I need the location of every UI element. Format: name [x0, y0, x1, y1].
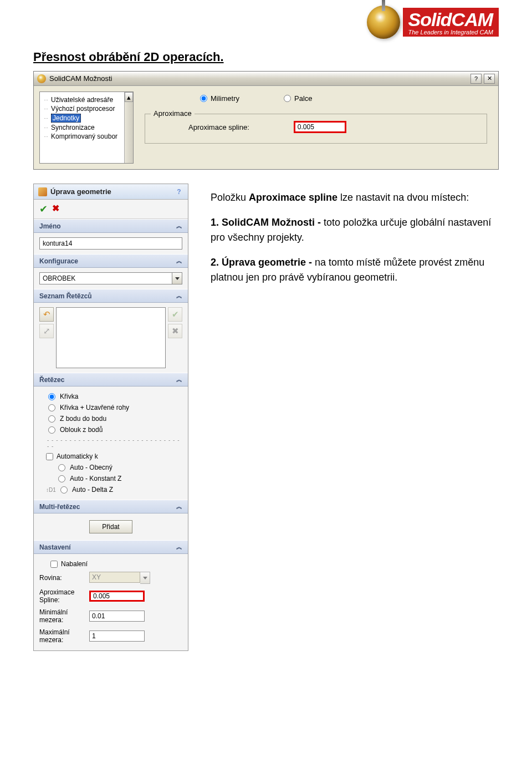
tree-item-sync[interactable]: Synchronizace [42, 123, 131, 132]
config-dropdown-button[interactable] [172, 272, 182, 284]
section-seznam-header[interactable]: Seznam Řetězců ︽ [34, 289, 188, 303]
config-input[interactable] [39, 272, 172, 284]
tree-item-postprocessor[interactable]: Výchozí postprocesor [42, 104, 131, 113]
rovina-dropdown-button [140, 572, 150, 584]
radio-mm-input[interactable] [200, 95, 207, 102]
radio-millimeters[interactable]: Milimetry [200, 94, 239, 103]
undo-icon[interactable]: ↶ [39, 307, 54, 322]
divider: - - - - - - - - - - - - - - - - - - - - … [39, 435, 182, 451]
radio-auto-obec[interactable] [58, 464, 65, 471]
scroll-up-button[interactable]: ▴ [125, 92, 133, 102]
chevron-up-icon: ︽ [176, 502, 182, 511]
logo-row: SolidCAM The Leaders in Integrated CAM [33, 6, 499, 39]
tree-scrollbar[interactable]: ▴ [124, 92, 133, 163]
chevron-up-icon: ︽ [176, 257, 182, 265]
options-content: Milimetry Palce Aproximace Aproximace sp… [139, 91, 493, 164]
options-titlebar[interactable]: SolidCAM Možnosti ? ✕ [34, 72, 498, 86]
tree-item-compressed[interactable]: Komprimovaný soubor [42, 132, 131, 141]
min-mezera-input[interactable] [89, 611, 145, 622]
solidcam-logo: SolidCAM The Leaders in Integrated CAM [367, 6, 499, 39]
confirm-row: ✔ ✖ [34, 200, 188, 219]
expand-icon: ⤢ [39, 324, 54, 338]
radio-krivka[interactable] [48, 393, 55, 400]
delta-z-icon: ↕D1 [46, 485, 56, 494]
chevron-up-icon: ︽ [176, 543, 182, 551]
approx-spline-label: Aproximace spline: [188, 123, 249, 131]
radio-in-input[interactable] [284, 95, 291, 102]
page-title: Přesnost obrábění 2D operacích. [33, 50, 499, 64]
logo-text-block: SolidCAM The Leaders in Integrated CAM [403, 8, 499, 37]
radio-zbodu[interactable] [48, 415, 55, 423]
tree-item-user-dirs[interactable]: Uživatelské adresáře [42, 95, 131, 104]
cancel-icon[interactable]: ✖ [52, 203, 59, 215]
chain-list[interactable] [56, 307, 166, 368]
radio-auto-deltaz[interactable] [60, 486, 68, 494]
section-retezec-header[interactable]: Řetězec ︽ [34, 373, 188, 387]
approx-fieldset: Aproximace Aproximace spline: [145, 114, 487, 144]
chevron-up-icon: ︽ [176, 375, 182, 384]
approx-legend: Aproximace [151, 109, 195, 118]
aprox-spline-label: Aproximace Spline: [39, 588, 84, 604]
approx-spline-input[interactable] [294, 121, 346, 133]
ok-icon[interactable]: ✔ [39, 203, 48, 215]
app-icon [37, 74, 46, 83]
section-jmeno-header[interactable]: Jméno ︽ [34, 219, 188, 233]
radio-auto-konstz[interactable] [58, 475, 65, 482]
max-mezera-label: Maximální mezera: [39, 628, 84, 644]
section-konfig-header[interactable]: Konfigurace ︽ [34, 254, 188, 268]
rovina-input [89, 572, 140, 583]
checkbox-nabaleni[interactable] [50, 561, 58, 568]
radio-krivka-rohy[interactable] [48, 404, 55, 411]
section-nastaveni-header[interactable]: Nastavení ︽ [34, 540, 188, 554]
section-multi-header[interactable]: Multi-řetězec ︽ [34, 500, 188, 513]
geometry-titlebar[interactable]: Úprava geometrie ? [34, 184, 188, 200]
logo-sphere-icon [367, 6, 400, 39]
name-input[interactable] [39, 237, 182, 250]
explanation-text: Položku Aproximace spline lze nastavit n… [211, 184, 499, 295]
logo-subtitle: The Leaders in Integrated CAM [408, 29, 493, 35]
help-button[interactable]: ? [470, 74, 482, 84]
min-mezera-label: Minimální mezera: [39, 608, 84, 624]
chevron-up-icon: ︽ [176, 222, 182, 230]
panel-help-button[interactable]: ? [175, 187, 183, 196]
chevron-up-icon: ︽ [176, 292, 182, 300]
geometry-panel: Úprava geometrie ? ✔ ✖ Jméno ︽ Konfigura… [33, 184, 188, 651]
delete-chain-icon: ✖ [168, 324, 182, 338]
chevron-down-icon [175, 277, 180, 280]
logo-title: SolidCAM [408, 10, 493, 29]
max-mezera-input[interactable] [89, 630, 145, 642]
options-title: SolidCAM Možnosti [49, 74, 112, 83]
radio-oblouk[interactable] [48, 426, 55, 434]
options-window: SolidCAM Možnosti ? ✕ Uživatelské adresá… [33, 71, 499, 170]
options-tree[interactable]: Uživatelské adresáře Výchozí postproceso… [39, 91, 134, 164]
accept-chain-icon: ✔ [168, 307, 182, 322]
radio-inches[interactable]: Palce [284, 94, 313, 103]
geometry-title: Úprava geometrie [50, 187, 111, 196]
close-button[interactable]: ✕ [484, 74, 495, 84]
add-button[interactable]: Přidat [89, 520, 132, 533]
tree-item-units[interactable]: Jednotky [42, 113, 131, 123]
config-combo[interactable] [39, 272, 182, 284]
geometry-app-icon [38, 187, 47, 196]
aprox-spline-input[interactable] [89, 591, 145, 602]
chevron-down-icon [143, 577, 147, 579]
rovina-label: Rovina: [39, 574, 84, 582]
checkbox-auto[interactable] [46, 453, 53, 460]
